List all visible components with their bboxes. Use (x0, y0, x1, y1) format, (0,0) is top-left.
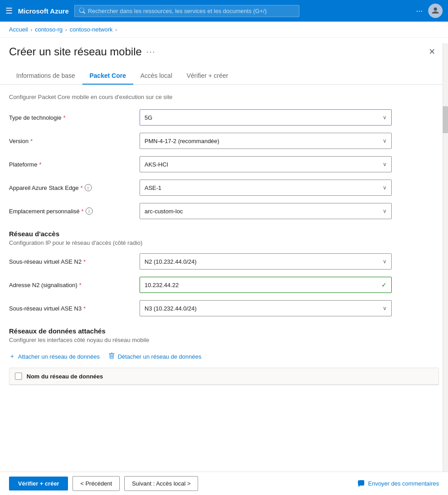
required-star-tech: * (63, 114, 65, 121)
breadcrumb: Accueil › contoso-rg › contoso-network › (0, 22, 448, 38)
breadcrumb-sep-3: › (115, 27, 117, 32)
content-area: Configurer Packet Core mobile en cours d… (0, 85, 448, 421)
user-icon (431, 7, 439, 15)
scrollbar-thumb[interactable] (443, 106, 448, 133)
feedback-label: Envoyer des commentaires (368, 480, 439, 487)
page-header: Créer un site réseau mobile ··· ✕ (0, 38, 448, 58)
info-icon-ase[interactable]: i (85, 184, 92, 191)
chevron-down-icon: ∨ (383, 114, 387, 121)
table-col-name: Nom du réseau de données (27, 373, 103, 380)
breadcrumb-sep-1: › (31, 27, 32, 32)
detach-label: Détacher un réseau de données (118, 353, 201, 360)
select-location-value: arc-custom-loc (145, 208, 183, 215)
tab-verify[interactable]: Vérifier + créer (180, 68, 235, 85)
close-button[interactable]: ✕ (425, 45, 439, 58)
required-star-n3: * (83, 305, 86, 312)
required-star-n2-addr: * (79, 282, 81, 288)
chevron-down-icon: ∨ (383, 184, 387, 191)
label-n2-subnet: Sous-réseau virtuel ASE N2 * (9, 258, 135, 265)
required-star-location: * (81, 208, 84, 215)
select-n3-subnet[interactable]: N3 (10.232.44.0/24) ∨ (140, 300, 392, 316)
form-row-version: Version * PMN-4-17-2 (recommandée) ∨ (9, 133, 439, 149)
attach-label: Attacher un réseau de données (18, 353, 100, 360)
search-bar[interactable] (74, 5, 299, 17)
tab-acces-local[interactable]: Accès local (133, 68, 180, 85)
footer: Vérifier + créer < Précédent Suivant : A… (0, 472, 448, 495)
topbar-right: ··· (416, 4, 443, 18)
chevron-down-icon: ∨ (383, 138, 387, 144)
form-row-location: Emplacement personnalisé * i arc-custom-… (9, 203, 439, 219)
required-star-n2: * (83, 258, 86, 265)
page-more-icon[interactable]: ··· (146, 47, 156, 57)
scrollbar-track (443, 43, 448, 472)
attached-networks-desc: Configurer les interfaces côté noyau du … (9, 337, 439, 343)
label-ase: Appareil Azure Stack Edge * i (9, 184, 135, 191)
chevron-down-icon: ∨ (383, 161, 387, 167)
input-n2-addr-value: 10.232.44.22 (145, 282, 179, 288)
tab-basics[interactable]: Informations de base (9, 68, 82, 85)
tabs-container: Informations de base Packet Core Accès l… (0, 62, 448, 85)
select-ase[interactable]: ASE-1 ∨ (140, 180, 392, 196)
form-row-n3-subnet: Sous-réseau virtuel ASE N3 * N3 (10.232.… (9, 300, 439, 316)
form-row-tech-type: Type de technologie * 5G ∨ (9, 109, 439, 126)
breadcrumb-sep-2: › (65, 27, 67, 32)
breadcrumb-rg[interactable]: contoso-rg (35, 26, 63, 33)
table-select-all-checkbox[interactable] (15, 373, 22, 380)
form-row-n2-addr: Adresse N2 (signalisation) * 10.232.44.2… (9, 277, 439, 293)
trash-icon (109, 353, 115, 360)
select-version-value: PMN-4-17-2 (recommandée) (145, 138, 219, 144)
data-networks-table: Nom du réseau de données (9, 368, 439, 385)
select-tech-type[interactable]: 5G ∨ (140, 109, 392, 126)
toolbar-row: ＋ Attacher un réseau de données Détacher… (9, 351, 439, 362)
input-n2-addr[interactable]: 10.232.44.22 ✓ (140, 277, 392, 293)
valid-checkmark-icon: ✓ (381, 281, 387, 288)
select-version[interactable]: PMN-4-17-2 (recommandée) ∨ (140, 133, 392, 149)
topbar: ☰ Microsoft Azure ··· (0, 0, 448, 22)
chevron-down-icon: ∨ (383, 258, 387, 265)
form-row-ase: Appareil Azure Stack Edge * i ASE-1 ∨ (9, 180, 439, 196)
select-location[interactable]: arc-custom-loc ∨ (140, 203, 392, 219)
avatar[interactable] (428, 4, 443, 18)
required-star-plateforme: * (39, 161, 41, 168)
select-tech-type-value: 5G (145, 114, 152, 121)
validate-button[interactable]: Vérifier + créer (9, 477, 68, 490)
info-icon-location[interactable]: i (86, 207, 93, 215)
app-title: Microsoft Azure (18, 7, 69, 15)
required-star-version: * (30, 138, 32, 144)
breadcrumb-network[interactable]: contoso-network (70, 26, 113, 33)
select-n2-subnet[interactable]: N2 (10.232.44.0/24) ∨ (140, 253, 392, 270)
main-container: Accueil › contoso-rg › contoso-network ›… (0, 22, 448, 495)
search-icon (79, 8, 85, 14)
form-row-n2-subnet: Sous-réseau virtuel ASE N2 * N2 (10.232.… (9, 253, 439, 270)
label-plateforme: Plateforme * (9, 161, 135, 168)
chevron-down-icon: ∨ (383, 305, 387, 311)
attach-network-button[interactable]: ＋ Attacher un réseau de données (9, 351, 100, 362)
reseau-acces-header: Réseau d'accès (9, 230, 439, 238)
select-plateforme[interactable]: AKS-HCI ∨ (140, 156, 392, 172)
content-intro: Configurer Packet Core mobile en cours d… (9, 94, 439, 100)
tab-packet-core[interactable]: Packet Core (82, 68, 133, 85)
hamburger-icon[interactable]: ☰ (5, 6, 13, 16)
detach-network-button[interactable]: Détacher un réseau de données (109, 351, 201, 362)
label-n2-addr: Adresse N2 (signalisation) * (9, 282, 135, 288)
select-plateforme-value: AKS-HCI (145, 161, 168, 168)
label-tech-type: Type de technologie * (9, 114, 135, 121)
plus-icon: ＋ (9, 352, 15, 360)
select-ase-value: ASE-1 (145, 184, 162, 191)
label-location: Emplacement personnalisé * i (9, 207, 135, 215)
label-n3-subnet: Sous-réseau virtuel ASE N3 * (9, 305, 135, 312)
prev-button[interactable]: < Précédent (72, 476, 119, 491)
required-star-ase: * (81, 184, 83, 191)
more-icon[interactable]: ··· (416, 6, 423, 16)
attached-networks-header: Réseaux de données attachés (9, 327, 439, 335)
table-header-row: Nom du réseau de données (9, 368, 439, 385)
search-input[interactable] (88, 8, 294, 14)
select-n2-subnet-value: N2 (10.232.44.0/24) (145, 258, 197, 265)
feedback-icon (358, 480, 365, 487)
label-version: Version * (9, 138, 135, 144)
breadcrumb-accueil[interactable]: Accueil (9, 26, 28, 33)
page-title: Créer un site réseau mobile (9, 45, 142, 58)
select-n3-subnet-value: N3 (10.232.44.0/24) (145, 305, 197, 312)
feedback-link[interactable]: Envoyer des commentaires (358, 480, 439, 487)
next-button[interactable]: Suivant : Accès local > (124, 476, 198, 491)
